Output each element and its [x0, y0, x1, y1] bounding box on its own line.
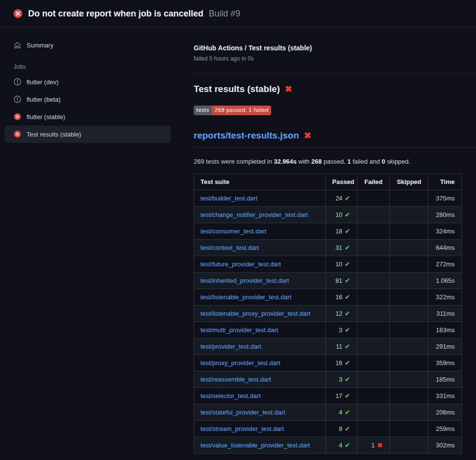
column-header-skipped: Skipped — [390, 174, 429, 190]
failed-cell: ✖ — [357, 306, 390, 322]
passed-count: 10 — [336, 261, 342, 268]
column-header-passed: Passed — [326, 174, 357, 190]
table-row: test/inherited_provider_test.dart 81✔ ✖ … — [194, 273, 462, 289]
failed-cell: ✖ — [357, 240, 390, 256]
failed-cell: ✖ — [357, 207, 390, 223]
passed-count: 24 — [336, 195, 342, 202]
sidebar-item-label: flutter (dev) — [27, 78, 59, 86]
test-suite-link[interactable]: test/consumer_test.dart — [200, 228, 266, 235]
report-file-link[interactable]: reports/test-results.json — [194, 130, 299, 141]
test-suite-cell: test/value_listenable_provider_test.dart — [194, 437, 326, 454]
time-value: 259ms — [436, 425, 455, 432]
passed-count: 11 — [336, 343, 343, 350]
sidebar: Summary Jobs flutter (dev) flut — [0, 28, 182, 143]
passed-count: 18 — [336, 228, 342, 235]
skipped-cell — [390, 240, 429, 256]
time-cell: 375ms — [429, 190, 462, 207]
test-suite-link[interactable]: test/listenable_proxy_provider_test.dart — [200, 310, 310, 317]
sidebar-item-label: flutter (beta) — [27, 96, 61, 103]
time-value: 1.065s — [436, 277, 455, 284]
fail-cross-icon: ✖ — [285, 85, 292, 93]
fail-icon: ✖ — [377, 442, 383, 449]
test-suite-link[interactable]: test/listenable_provider_test.dart — [200, 293, 292, 301]
skipped-cell — [390, 371, 429, 388]
cancelled-status-icon — [14, 78, 21, 86]
time-value: 302ms — [436, 442, 455, 449]
test-suite-link[interactable]: test/inherited_provider_test.dart — [200, 277, 289, 284]
table-row: test/reassemble_test.dart 3✔ ✖ 185ms — [194, 371, 462, 388]
time-value: 183ms — [436, 326, 455, 334]
time-cell: 324ms — [429, 223, 462, 240]
check-icon: ✔ — [345, 310, 350, 317]
table-row: test/consumer_test.dart 18✔ ✖ 324ms — [194, 223, 462, 240]
test-suite-link[interactable]: test/provider_test.dart — [200, 343, 261, 350]
sidebar-item-flutter-dev[interactable]: flutter (dev) — [5, 73, 170, 91]
passed-cell: 31✔ — [326, 240, 357, 256]
column-header-time: Time — [429, 174, 462, 190]
time-cell: 183ms — [429, 322, 462, 338]
divider — [194, 73, 476, 74]
test-suite-link[interactable]: test/builder_test.dart — [200, 195, 258, 202]
test-suite-link[interactable]: test/selector_test.dart — [200, 392, 261, 399]
time-cell: 1.065s — [429, 273, 462, 289]
time-cell: 644ms — [429, 240, 462, 256]
skipped-cell — [390, 355, 429, 371]
skipped-cell — [390, 338, 429, 355]
time-value: 324ms — [436, 228, 455, 235]
sidebar-item-summary[interactable]: Summary — [5, 36, 170, 54]
passed-count: 4 — [339, 442, 342, 449]
check-icon: ✔ — [345, 392, 350, 399]
passed-count: 17 — [336, 392, 342, 399]
test-suite-link[interactable]: test/proxy_provider_test.dart — [200, 359, 280, 367]
sidebar-item-test-results-stable[interactable]: Test results (stable) — [5, 125, 170, 143]
test-suite-link[interactable]: test/future_provider_test.dart — [200, 261, 281, 268]
failed-cell: ✖ — [357, 289, 390, 306]
failed-cell: ✖ — [357, 355, 390, 371]
test-suite-link[interactable]: test/context_test.dart — [200, 244, 259, 251]
test-suite-link[interactable]: test/stateful_provider_test.dart — [200, 409, 285, 416]
failed-cell: ✖ — [357, 338, 390, 355]
test-suite-cell: test/builder_test.dart — [194, 190, 326, 207]
check-icon: ✔ — [345, 293, 350, 301]
test-suite-cell: test/context_test.dart — [194, 240, 326, 256]
table-row: test/proxy_provider_test.dart 16✔ ✖ 359m… — [194, 355, 462, 371]
passed-cell: 12✔ — [326, 306, 357, 322]
test-suite-cell: test/multi_provider_test.dart — [194, 322, 326, 338]
passed-cell: 81✔ — [326, 273, 357, 289]
time-value: 375ms — [436, 195, 455, 202]
time-value: 291ms — [436, 343, 455, 350]
failed-cell: ✖ — [357, 190, 390, 207]
run-header: Do not create report when job is cancell… — [0, 0, 476, 28]
failed-cell: ✖ — [357, 421, 390, 437]
test-suite-cell: test/stream_provider_test.dart — [194, 421, 326, 437]
skipped-cell — [390, 437, 429, 454]
main-content: GitHub Actions / Test results (stable) f… — [182, 28, 476, 454]
test-suite-link[interactable]: test/change_notifier_provider_test.dart — [200, 211, 308, 218]
sidebar-item-flutter-beta[interactable]: flutter (beta) — [5, 91, 170, 108]
table-row: test/stateful_provider_test.dart 4✔ ✖ 20… — [194, 404, 462, 421]
table-row: test/stream_provider_test.dart 8✔ ✖ 259m… — [194, 421, 462, 437]
passed-cell: 24✔ — [326, 190, 357, 207]
test-suite-link[interactable]: test/stream_provider_test.dart — [200, 425, 284, 432]
sidebar-item-label: Test results (stable) — [27, 131, 81, 138]
test-suite-cell: test/inherited_provider_test.dart — [194, 273, 326, 289]
passed-cell: 4✔ — [326, 404, 357, 421]
sidebar-item-flutter-stable[interactable]: flutter (stable) — [5, 108, 170, 125]
check-icon: ✔ — [345, 195, 350, 202]
test-suite-cell: test/reassemble_test.dart — [194, 371, 326, 388]
test-suite-link[interactable]: test/value_listenable_provider_test.dart — [200, 442, 310, 449]
passed-cell: 4✔ — [326, 437, 357, 454]
duration-value: 32.964s — [274, 158, 296, 165]
failed-total: 1 — [347, 158, 351, 165]
test-suite-link[interactable]: test/reassemble_test.dart — [200, 376, 271, 383]
skipped-cell — [390, 421, 429, 437]
test-suite-link[interactable]: test/multi_provider_test.dart — [200, 326, 278, 334]
time-value: 322ms — [436, 293, 455, 301]
divider — [194, 147, 476, 148]
passed-cell: 8✔ — [326, 421, 357, 437]
skipped-cell — [390, 256, 429, 273]
test-summary: 269 tests were completed in 32.964s with… — [194, 158, 476, 165]
table-header-row: Test suite Passed Failed Skipped Time — [194, 174, 462, 190]
passed-cell: 10✔ — [326, 256, 357, 273]
home-icon — [14, 41, 21, 49]
